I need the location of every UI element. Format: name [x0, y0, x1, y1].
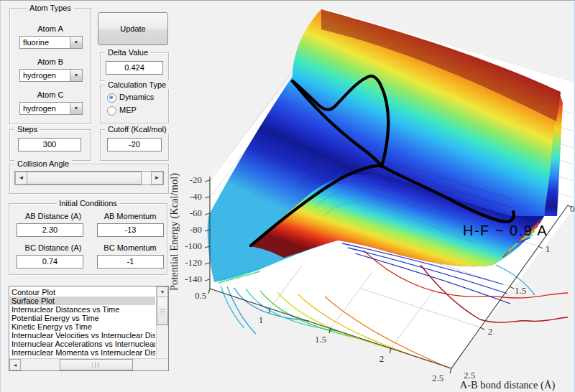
atom-c-value: hydrogen [23, 103, 56, 113]
collision-angle-panel: Collision Angle ◄ ► [9, 164, 169, 194]
list-item[interactable]: Internuclear Velocities vs Internuclear … [10, 331, 155, 340]
z-tick: -100 [185, 241, 202, 251]
ab-tick: 1.5 [515, 285, 526, 296]
z-tick: -20 [190, 174, 202, 185]
delta-value-panel: Delta Value 0.424 [100, 52, 169, 81]
list-item[interactable]: Internuclear Momenta vs Internuclear Dis… [10, 348, 155, 357]
slider-right-arrow[interactable]: ► [151, 172, 163, 185]
hscroll-thumb[interactable] [60, 359, 133, 370]
ab-tick: 2 [488, 326, 493, 337]
bc-distance-label: BC Distance (A) [17, 243, 90, 252]
bc-momentum-field[interactable]: -1 [97, 255, 164, 269]
bc-tick: 1.5 [315, 334, 326, 345]
radio-selected-icon[interactable] [107, 93, 116, 103]
z-tick: -120 [185, 257, 202, 268]
chevron-down-icon[interactable]: ▼ [70, 103, 82, 114]
chevron-down-icon[interactable]: ▼ [70, 70, 82, 81]
thumb-grip [93, 362, 101, 368]
bc-momentum-label: BC Momentum [97, 243, 163, 252]
plot-type-listbox[interactable]: Contour Plot Surface Plot Internuclear D… [9, 286, 169, 371]
listbox-vscrollbar[interactable]: ▲ ▼ [156, 286, 168, 358]
atom-c-label: Atom C [10, 90, 91, 99]
atom-types-panel: Atom Types Atom A fluorine ▼ Atom B hydr… [9, 8, 91, 124]
update-button[interactable]: Update [98, 12, 168, 45]
calculation-type-panel: Calculation Type Dynamics MEP [100, 85, 169, 123]
ab-distance-field[interactable]: 2.30 [17, 223, 83, 237]
collision-angle-slider[interactable]: ◄ ► [14, 171, 164, 185]
radio-unselected-icon[interactable] [107, 106, 116, 116]
atom-c-dropdown[interactable]: hydrogen ▼ [19, 102, 83, 115]
ab-distance-label: AB Distance (A) [17, 212, 90, 220]
cutoff-panel: Cutoff (Kcal/mol) -20 [100, 129, 169, 161]
ab-momentum-label: AB Momentum [97, 212, 163, 220]
list-item-selected[interactable]: Surface Plot [10, 297, 155, 305]
list-item[interactable]: Kinetic Energy vs Time [10, 322, 155, 331]
app-window: -20 -40 -60 -80 -100 -120 -140 0.5 1 1.5… [0, 0, 575, 392]
scroll-left-arrow[interactable]: ◄ [9, 359, 21, 370]
steps-field[interactable]: 300 [18, 138, 81, 151]
atom-a-dropdown[interactable]: fluorine ▼ [19, 36, 83, 49]
initial-conditions-panel: Initial Conditions AB Distance (A) AB Mo… [9, 203, 167, 275]
list-item[interactable]: Potential Energy vs Time [10, 314, 155, 322]
listbox-hscrollbar[interactable]: ◄ ► [9, 358, 168, 370]
dynamics-radio[interactable]: Dynamics [107, 93, 165, 103]
atom-a-value: fluorine [23, 37, 49, 47]
mep-radio-label: MEP [119, 106, 137, 114]
x-axis-label: A-B bond distance (Å) [460, 379, 556, 391]
cutoff-field[interactable]: -20 [107, 138, 162, 151]
atom-b-value: hydrogen [23, 70, 56, 80]
list-item[interactable]: Contour Plot [10, 288, 155, 297]
atom-types-title: Atom Types [27, 4, 74, 12]
ab-momentum-field[interactable]: -13 [97, 223, 164, 237]
bc-distance-field[interactable]: 0.74 [17, 255, 83, 269]
list-item[interactable]: Internuclear Distances vs Time [10, 305, 155, 314]
calculation-type-title: Calculation Type [105, 80, 169, 89]
steps-title: Steps [14, 125, 40, 134]
z-tick: -80 [190, 224, 202, 235]
list-item[interactable]: Internuclear Accelerations vs Internucle… [10, 340, 155, 348]
bc-tick: 2.5 [432, 373, 443, 383]
z-tick: -60 [190, 207, 202, 218]
atom-b-label: Atom B [10, 57, 91, 66]
delta-value-field[interactable]: 0.424 [106, 61, 163, 75]
mep-radio[interactable]: MEP [107, 106, 165, 116]
atom-a-label: Atom A [10, 24, 91, 33]
scroll-down-arrow[interactable]: ▼ [157, 286, 168, 297]
delta-value-title: Delta Value [105, 48, 151, 57]
z-axis-label: Potential Energy (Kcal/mol) [168, 173, 180, 291]
scrollbar-corner [157, 359, 168, 370]
bc-tick: 0.5 [195, 290, 206, 301]
slider-left-arrow[interactable]: ◄ [15, 172, 27, 185]
z-tick-labels: -20 -40 -60 -80 -100 -120 -140 [185, 174, 202, 284]
bc-tick: 2 [380, 353, 385, 364]
thumb-grip [160, 307, 165, 315]
z-tick: -140 [185, 274, 202, 284]
initial-conditions-title: Initial Conditions [56, 199, 120, 207]
hf-bond-annotation: H-F ~ 0.9 A [463, 223, 548, 238]
ab-tick: 1 [546, 243, 551, 254]
ab-tick: 0.5 [570, 203, 575, 214]
bc-tick: 1 [259, 314, 264, 325]
collision-angle-title: Collision Angle [14, 159, 72, 168]
vscroll-thumb[interactable] [157, 297, 168, 325]
slider-thumb[interactable] [27, 172, 142, 185]
steps-panel: Steps 300 [9, 129, 91, 161]
dynamics-radio-label: Dynamics [119, 93, 154, 101]
z-tick: -40 [190, 191, 202, 202]
atom-b-dropdown[interactable]: hydrogen ▼ [19, 69, 83, 82]
cutoff-title: Cutoff (Kcal/mol) [105, 125, 170, 134]
chevron-down-icon[interactable]: ▼ [70, 37, 82, 48]
